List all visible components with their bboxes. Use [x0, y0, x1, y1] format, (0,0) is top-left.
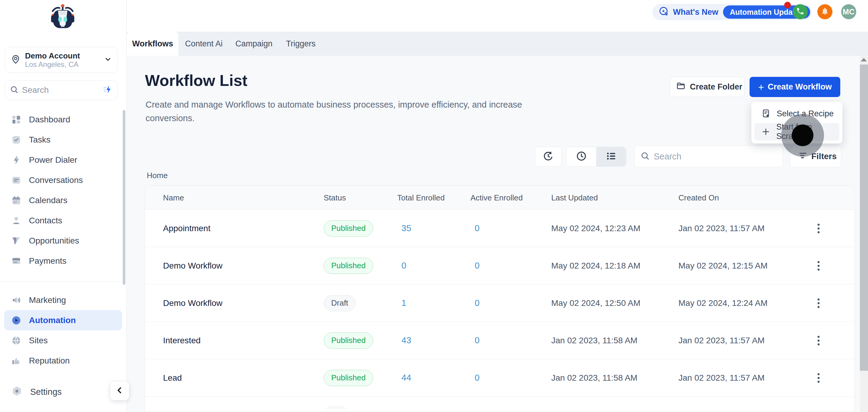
page-title: Workflow List: [145, 71, 247, 90]
chevron-down-icon: [104, 56, 112, 64]
sidebar-item-payments[interactable]: Payments: [0, 251, 126, 271]
total-enrolled-link[interactable]: 0: [397, 261, 470, 271]
plus-icon: [761, 127, 771, 136]
lightning-icon: [11, 155, 22, 165]
enrollment-history-button[interactable]: [535, 147, 561, 167]
sidebar-search[interactable]: [5, 80, 118, 100]
workflow-name[interactable]: Demo Workflow: [163, 298, 324, 308]
map-pin-icon: [10, 54, 21, 66]
scrollbar-up-arrow[interactable]: [861, 58, 867, 62]
sidebar: Demo Account Los Angeles, CA Das: [0, 0, 127, 412]
phone-icon: [796, 7, 804, 17]
sidebar-item-marketing[interactable]: Marketing: [0, 290, 126, 310]
table-row[interactable]: Lead Published 44 0 Jan 02 2023, 11:58 A…: [145, 359, 855, 397]
create-folder-button[interactable]: Create Folder: [670, 77, 744, 97]
sidebar-item-conversations[interactable]: Conversations: [0, 170, 126, 190]
table-row[interactable]: Interested Published 43 0 Jan 02 2023, 1…: [145, 322, 855, 359]
sidebar-item-opportunities[interactable]: Opportunities: [0, 230, 126, 251]
table-row[interactable]: Demo Workflow Published 0 0 May 02 2024,…: [145, 247, 855, 285]
play-circle-icon: [11, 315, 22, 326]
clock-icon: [576, 150, 587, 163]
sidebar-search-input[interactable]: [22, 85, 102, 95]
funnel-icon: [11, 235, 22, 246]
workflow-name[interactable]: Appointment: [163, 224, 324, 233]
page-scrollbar-thumb[interactable]: [860, 64, 868, 371]
workflow-name[interactable]: Interested: [163, 336, 324, 345]
created-on: Jan 02 2023, 11:57 AM: [678, 373, 814, 383]
total-enrolled-link[interactable]: 1: [397, 298, 470, 308]
table-row[interactable]: Demo Workflow Draft 1 0 May 02 2024, 12:…: [145, 285, 855, 322]
created-on: May 02 2024, 12:24 AM: [678, 298, 814, 308]
filters-button[interactable]: Filters: [790, 146, 841, 167]
sidebar-item-automation[interactable]: Automation: [4, 310, 122, 330]
account-switcher[interactable]: Demo Account Los Angeles, CA: [5, 47, 118, 73]
active-enrolled-link[interactable]: 0: [470, 298, 551, 308]
calendar-icon: [11, 195, 22, 206]
view-toggle: [566, 147, 626, 167]
create-workflow-menu: Select a Recipe Start from Scratch: [751, 102, 842, 144]
table-row-partial[interactable]: Draft: [145, 397, 855, 409]
active-enrolled-link[interactable]: 0: [470, 261, 551, 271]
globe-icon: [11, 335, 22, 346]
menu-item-select-recipe[interactable]: Select a Recipe: [751, 104, 842, 123]
list-view-button[interactable]: [596, 147, 626, 166]
search-icon: [10, 85, 19, 95]
check-square-icon: [11, 134, 22, 145]
last-updated: Jan 02 2023, 11:58 AM: [551, 373, 678, 383]
sidebar-item-contacts[interactable]: Contacts: [0, 210, 126, 230]
main-content: Workflow List Create and manage Workflow…: [127, 56, 868, 412]
time-view-button[interactable]: [566, 147, 596, 166]
credit-card-icon: [11, 256, 22, 266]
sidebar-scrollbar-thumb[interactable]: [123, 110, 125, 285]
total-enrolled-link[interactable]: 44: [397, 373, 470, 383]
account-name: Demo Account: [25, 51, 104, 60]
phone-button[interactable]: [793, 4, 808, 19]
tab-triggers[interactable]: Triggers: [286, 32, 315, 56]
last-updated: May 02 2024, 12:50 AM: [551, 298, 678, 308]
bell-icon: [821, 7, 829, 17]
breadcrumb[interactable]: Home: [147, 171, 167, 180]
status-badge: Draft: [324, 295, 355, 311]
tab-workflows[interactable]: Workflows: [127, 32, 179, 56]
col-created-on: Created On: [678, 193, 814, 202]
sidebar-item-calendars[interactable]: Calendars: [0, 190, 126, 210]
sidebar-item-dashboard[interactable]: Dashboard: [0, 109, 126, 130]
sidebar-item-settings[interactable]: Settings: [11, 385, 62, 399]
active-enrolled-link[interactable]: 0: [470, 336, 551, 345]
sidebar-divider: [0, 281, 126, 282]
sidebar-item-reputation[interactable]: Reputation: [0, 350, 126, 369]
user-avatar[interactable]: MC: [841, 4, 856, 19]
quick-actions-bolt-icon[interactable]: [102, 85, 113, 96]
active-enrolled-link[interactable]: 0: [470, 373, 551, 383]
total-enrolled-link[interactable]: 43: [397, 336, 470, 345]
tab-campaign[interactable]: Campaign: [236, 32, 273, 56]
row-menu-button[interactable]: [814, 260, 855, 272]
sidebar-item-sites[interactable]: Sites: [0, 330, 126, 350]
created-on: Jan 02 2023, 11:57 AM: [678, 224, 814, 233]
notifications-button[interactable]: [817, 4, 832, 19]
folder-icon: [676, 81, 686, 93]
sidebar-nav: Dashboard Tasks Power Dialer Conversatio…: [0, 109, 126, 369]
row-menu-button[interactable]: [814, 372, 855, 384]
workflow-table: Name Status Total Enrolled Active Enroll…: [145, 186, 855, 412]
workflow-name[interactable]: Demo Workflow: [163, 261, 324, 271]
sidebar-item-tasks[interactable]: Tasks: [0, 130, 126, 150]
sidebar-item-power-dialer[interactable]: Power Dialer: [0, 150, 126, 170]
col-total-enrolled: Total Enrolled: [397, 193, 470, 202]
row-menu-button[interactable]: [814, 222, 855, 234]
workflow-search-input[interactable]: [654, 152, 777, 162]
row-menu-button[interactable]: [814, 335, 855, 347]
sidebar-collapse-button[interactable]: [110, 382, 129, 400]
workflow-search[interactable]: [634, 146, 783, 167]
menu-item-start-from-scratch[interactable]: Start from Scratch: [754, 123, 839, 140]
active-enrolled-link[interactable]: 0: [470, 223, 551, 233]
list-view-icon: [606, 150, 617, 163]
workflow-name[interactable]: Lead: [163, 373, 324, 383]
create-workflow-button[interactable]: + Create Workflow: [749, 77, 840, 97]
total-enrolled-link[interactable]: 35: [397, 223, 470, 233]
row-menu-button[interactable]: [814, 297, 855, 309]
status-badge: Published: [324, 332, 373, 349]
app-screen: Demo Account Los Angeles, CA Das: [0, 0, 868, 412]
table-row[interactable]: Appointment Published 35 0 May 02 2024, …: [145, 210, 855, 247]
tab-content-ai[interactable]: Content Ai: [185, 32, 223, 56]
